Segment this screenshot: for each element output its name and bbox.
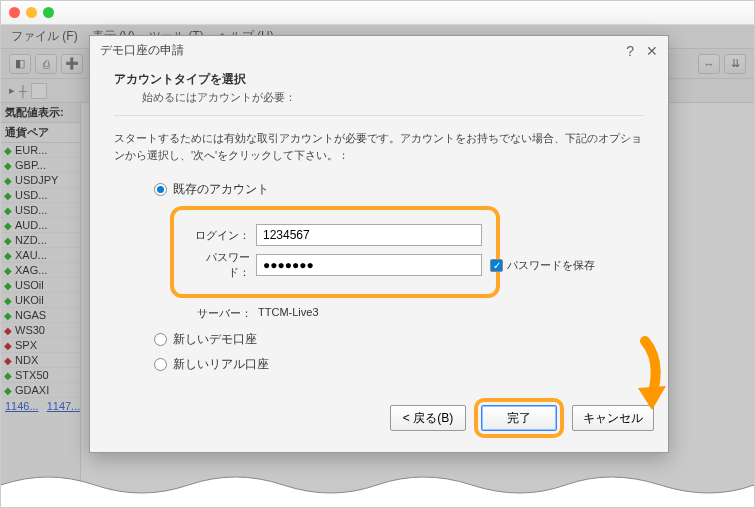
save-password-checkbox[interactable]: ✓ パスワードを保存	[490, 258, 595, 273]
radio-icon[interactable]	[154, 333, 167, 346]
credentials-highlight: ログイン： パスワード：	[170, 206, 500, 298]
back-button[interactable]: < 戻る(B)	[390, 405, 466, 431]
radio-label: 新しいリアル口座	[173, 356, 269, 373]
radio-label: 新しいデモ口座	[173, 331, 257, 348]
password-label: パスワード：	[188, 250, 250, 280]
server-label: サーバー：	[194, 306, 252, 321]
description-text: スタートするためには有効な取引アカウントが必要です。アカウントをお持ちでない場合…	[114, 130, 644, 163]
server-value: TTCM-Live3	[258, 306, 319, 321]
login-label: ログイン：	[188, 228, 250, 243]
app-window: ファイル (F) 表示 (V) ツール (T) ヘルプ (H) ◧ ⎙ ➕ ▦ …	[0, 0, 755, 508]
window-controls	[1, 1, 754, 25]
annotation-arrow-icon	[620, 336, 670, 426]
demo-account-dialog: デモ口座の申請 ? ✕ アカウントタイプを選択 始めるにはアカウントが必要： ス…	[89, 35, 669, 453]
dialog-titlebar: デモ口座の申請 ? ✕	[90, 36, 668, 65]
close-icon[interactable]	[9, 7, 20, 18]
dialog-buttons: < 戻る(B) 完了 キャンセル	[390, 398, 654, 438]
radio-existing-account[interactable]: 既存のアカウント	[154, 181, 644, 198]
zoom-icon[interactable]	[43, 7, 54, 18]
radio-icon[interactable]	[154, 358, 167, 371]
close-icon[interactable]: ✕	[646, 43, 658, 59]
help-icon[interactable]: ?	[626, 43, 634, 59]
radio-new-demo[interactable]: 新しいデモ口座	[154, 331, 644, 348]
section-heading: アカウントタイプを選択	[114, 71, 644, 88]
checkbox-icon[interactable]: ✓	[490, 259, 503, 272]
minimize-icon[interactable]	[26, 7, 37, 18]
radio-label: 既存のアカウント	[173, 181, 269, 198]
dialog-title: デモ口座の申請	[100, 42, 184, 59]
checkbox-label: パスワードを保存	[507, 258, 595, 273]
server-row: サーバー： TTCM-Live3	[194, 306, 644, 321]
section-subheading: 始めるにはアカウントが必要：	[142, 90, 644, 105]
torn-edge-decoration	[1, 467, 754, 507]
radio-icon[interactable]	[154, 183, 167, 196]
divider	[114, 115, 644, 116]
password-input[interactable]	[256, 254, 482, 276]
login-input[interactable]	[256, 224, 482, 246]
radio-new-real[interactable]: 新しいリアル口座	[154, 356, 644, 373]
done-button[interactable]: 完了	[481, 405, 557, 431]
done-highlight: 完了	[474, 398, 564, 438]
